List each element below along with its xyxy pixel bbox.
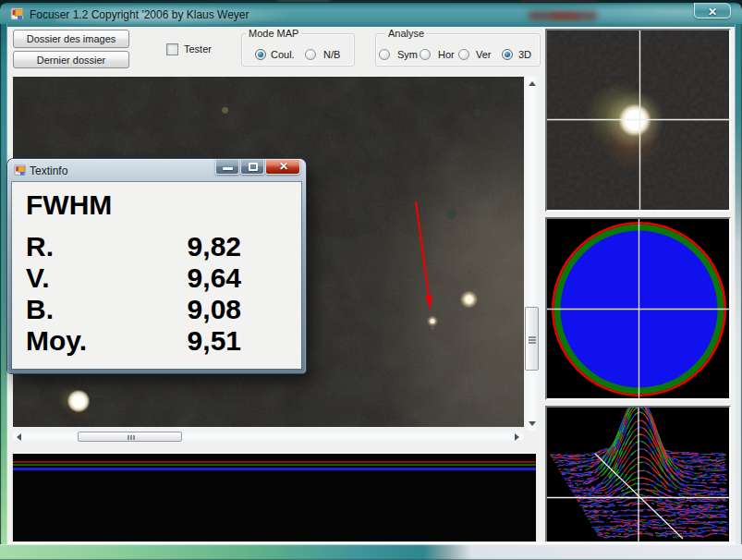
minimize-icon: [223, 167, 233, 170]
defocus-circle-panel[interactable]: [545, 217, 731, 400]
profile-line-green: [13, 464, 536, 466]
textinfo-icon: [14, 164, 27, 177]
minimize-button[interactable]: [215, 159, 239, 175]
radio-coul[interactable]: [255, 49, 266, 60]
radio-nb[interactable]: [305, 49, 316, 60]
scroll-left-icon[interactable]: [17, 433, 21, 441]
profile-line-blue: [13, 468, 536, 470]
rgb-profile-panel: [12, 452, 536, 542]
star-zoom-panel[interactable]: [545, 29, 731, 212]
analyse-group-label: Analyse: [385, 28, 427, 40]
radio-ver[interactable]: [458, 49, 469, 60]
radio-nb-label[interactable]: N/B: [323, 48, 340, 62]
window-title: Focuser 1.2 Copyright '2006 by Klaus Wey…: [30, 8, 249, 22]
analyse-groupbox: Analyse Sym Hor Ver 3D: [375, 33, 541, 67]
radio-3d[interactable]: [502, 49, 513, 60]
titlebar[interactable]: Focuser 1.2 Copyright '2006 by Klaus Wey…: [0, 3, 742, 27]
scroll-right-icon[interactable]: [515, 433, 519, 441]
window-border-right: [735, 24, 742, 544]
scroll-up-icon[interactable]: [529, 81, 536, 86]
vertical-scrollbar-thumb[interactable]: [525, 307, 539, 371]
surface-3d-panel[interactable]: [545, 406, 731, 544]
app-icon: [10, 7, 25, 22]
textinfo-window[interactable]: Textinfo ✕ FWHM R.9,82 V.9,64 B.9,08 Moy…: [7, 159, 306, 373]
textinfo-title: Textinfo: [30, 164, 67, 178]
fwhm-heading: FWHM: [26, 190, 112, 220]
horizontal-scrollbar-thumb[interactable]: [78, 432, 182, 442]
fwhm-row-red: R.9,82: [26, 231, 241, 262]
close-button[interactable]: ✕: [694, 3, 731, 18]
images-folder-button[interactable]: Dossier des images: [13, 30, 129, 48]
fwhm-row-blue: B.9,08: [26, 294, 241, 325]
window-border-bottom: [0, 544, 742, 560]
close-icon: ✕: [266, 160, 301, 174]
maximize-button[interactable]: [240, 159, 264, 175]
tester-checkbox-label: Tester: [184, 43, 212, 56]
vertical-scrollbar[interactable]: [524, 77, 541, 431]
close-icon: ✕: [708, 6, 717, 18]
fwhm-row-mean: Moy.9,51: [26, 325, 241, 357]
window-border-left: [0, 24, 7, 544]
fwhm-row-green: V.9,64: [26, 262, 241, 294]
radio-coul-label[interactable]: Coul.: [271, 48, 295, 62]
scrollbar-corner: [523, 431, 541, 444]
last-folder-button[interactable]: Dernier dossier: [13, 51, 129, 68]
mode-map-group-label: Mode MAP: [246, 28, 301, 40]
textinfo-client: FWHM R.9,82 V.9,64 B.9,08 Moy.9,51: [12, 182, 301, 369]
radio-sym[interactable]: [379, 49, 390, 60]
horizontal-scrollbar[interactable]: [13, 431, 523, 444]
tester-checkbox[interactable]: [166, 43, 178, 55]
maximize-icon: [249, 163, 258, 171]
screenshot-root: Focuser 1.2 Copyright '2006 by Klaus Wey…: [0, 0, 742, 560]
radio-hor[interactable]: [420, 49, 431, 60]
radio-sym-label[interactable]: Sym: [397, 48, 418, 62]
radio-ver-label[interactable]: Ver: [476, 48, 492, 62]
textinfo-close-button[interactable]: ✕: [265, 159, 300, 175]
scroll-down-icon[interactable]: [529, 421, 536, 426]
radio-3d-label[interactable]: 3D: [518, 48, 531, 62]
mode-map-groupbox: Mode MAP Coul. N/B: [241, 33, 355, 67]
titlebar-reflection-smudge: [551, 13, 578, 19]
radio-hor-label[interactable]: Hor: [438, 48, 455, 62]
